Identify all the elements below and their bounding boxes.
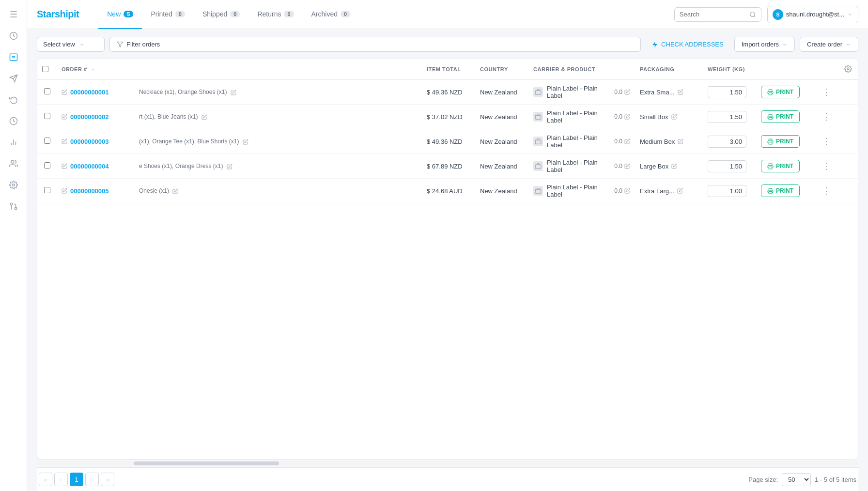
edit-icon[interactable] (62, 89, 67, 95)
edit-carrier-icon[interactable] (624, 114, 630, 120)
order-id-link[interactable]: 00000000003 (70, 138, 109, 145)
more-options-button[interactable]: ⋮ (819, 134, 834, 149)
edit-items-icon[interactable] (172, 188, 178, 194)
clock-icon[interactable] (5, 112, 22, 130)
page-size-select[interactable]: 50 25 100 (782, 473, 811, 486)
row-weight-cell[interactable] (703, 80, 756, 105)
select-view-button[interactable]: Select view (37, 37, 105, 52)
filter-button[interactable]: Filter orders (109, 37, 641, 52)
row-weight-cell[interactable] (703, 179, 756, 203)
edit-items-icon[interactable] (231, 90, 236, 95)
edit-icon[interactable] (62, 188, 67, 194)
printer-icon (767, 114, 774, 120)
edit-icon[interactable] (62, 163, 67, 169)
weight-input[interactable] (708, 86, 746, 98)
select-all-checkbox[interactable] (42, 66, 48, 72)
row-carrier-cell: Plain Label - Plain Label 0.0 (528, 80, 635, 105)
edit-packaging-icon[interactable] (677, 188, 683, 194)
order-id-link[interactable]: 00000000001 (70, 89, 109, 96)
row-items-cell: rt (x1), Blue Jeans (x1) (134, 105, 422, 129)
main-area: Starshipit New 5 Printed 0 Shipped 0 Ret… (27, 0, 868, 491)
next-page-button[interactable]: › (85, 473, 99, 486)
print-button[interactable]: PRINT (761, 110, 800, 123)
table-row: 00000000001 Necklace (x1), Orange Shoes … (37, 80, 858, 105)
print-button[interactable]: PRINT (761, 86, 800, 98)
nav-tabs: New 5 Printed 0 Shipped 0 Returns 0 Arch… (98, 0, 674, 29)
row-checkbox-1[interactable] (44, 113, 50, 119)
history-icon[interactable] (5, 91, 22, 108)
sort-icon (91, 67, 95, 72)
tab-returns[interactable]: Returns 0 (248, 0, 302, 29)
scrollbar-thumb[interactable] (134, 461, 279, 465)
users-icon[interactable] (5, 155, 22, 172)
row-weight-cell[interactable] (703, 154, 756, 179)
edit-carrier-icon[interactable] (624, 138, 630, 144)
row-weight-cell[interactable] (703, 129, 756, 154)
row-country-cell: New Zealand (475, 129, 528, 154)
send-icon[interactable] (5, 70, 22, 87)
dashboard-icon[interactable] (5, 27, 22, 45)
edit-carrier-icon[interactable] (624, 163, 630, 169)
edit-icon[interactable] (62, 114, 67, 120)
more-options-button[interactable]: ⋮ (819, 109, 834, 124)
user-button[interactable]: S shauni.drought@st... (767, 6, 858, 23)
row-checkbox-0[interactable] (44, 88, 50, 94)
tab-archived[interactable]: Archived 0 (303, 0, 359, 29)
chart-icon[interactable] (5, 134, 22, 151)
edit-carrier-icon[interactable] (624, 188, 630, 194)
weight-input[interactable] (708, 185, 746, 197)
svg-rect-23 (769, 117, 772, 119)
order-id-link[interactable]: 00000000004 (70, 163, 109, 170)
edit-icon[interactable] (62, 138, 67, 144)
edit-packaging-icon[interactable] (678, 89, 683, 95)
search-input[interactable] (680, 11, 746, 18)
create-order-button[interactable]: Create order (800, 37, 858, 52)
row-checkbox-3[interactable] (44, 162, 50, 169)
print-button[interactable]: PRINT (761, 135, 800, 148)
edit-items-icon[interactable] (227, 164, 232, 169)
tab-shipped[interactable]: Shipped 0 (194, 0, 249, 29)
row-print-cell: PRINT (756, 129, 814, 154)
edit-carrier-icon[interactable] (624, 89, 630, 95)
print-button[interactable]: PRINT (761, 160, 800, 172)
tab-new[interactable]: New 5 (98, 0, 142, 29)
integration-icon[interactable] (5, 198, 22, 215)
edit-items-icon[interactable] (202, 114, 207, 120)
first-page-button[interactable]: « (39, 473, 52, 486)
edit-packaging-icon[interactable] (671, 114, 677, 120)
horizontal-scrollbar[interactable] (37, 461, 858, 465)
search-box[interactable] (674, 7, 761, 22)
row-order-cell: 00000000002 (57, 105, 134, 129)
col-settings-header[interactable] (838, 59, 858, 80)
check-addresses-button[interactable]: CHECK ADDRESSES (646, 37, 729, 51)
more-options-button[interactable]: ⋮ (819, 159, 834, 173)
tab-printed[interactable]: Printed 0 (142, 0, 193, 29)
edit-packaging-icon[interactable] (678, 138, 683, 144)
weight-input[interactable] (708, 111, 746, 123)
settings-col-icon[interactable] (844, 65, 852, 73)
printer-icon (767, 89, 774, 95)
more-options-button[interactable]: ⋮ (819, 184, 834, 198)
orders-icon[interactable] (5, 48, 22, 66)
packaging-text: Large Box (640, 163, 668, 170)
avatar: S (773, 9, 783, 20)
row-weight-cell[interactable] (703, 105, 756, 129)
prev-page-button[interactable]: ‹ (54, 473, 68, 486)
settings-icon[interactable] (5, 176, 22, 194)
menu-icon[interactable]: ☰ (5, 6, 22, 23)
more-options-button[interactable]: ⋮ (819, 85, 834, 99)
row-checkbox-2[interactable] (44, 138, 50, 144)
page-1-button[interactable]: 1 (70, 473, 83, 486)
order-id-link[interactable]: 00000000002 (70, 113, 109, 121)
print-button[interactable]: PRINT (761, 184, 800, 197)
edit-packaging-icon[interactable] (671, 163, 677, 169)
order-id-link[interactable]: 00000000005 (70, 187, 109, 195)
carrier-icon (533, 137, 543, 146)
edit-items-icon[interactable] (243, 139, 248, 145)
row-checkbox-4[interactable] (44, 187, 50, 193)
weight-input[interactable] (708, 160, 746, 172)
import-orders-button[interactable]: Import orders (734, 37, 795, 52)
weight-input[interactable] (708, 136, 746, 148)
last-page-button[interactable]: » (101, 473, 114, 486)
tab-shipped-badge: 0 (230, 11, 240, 17)
